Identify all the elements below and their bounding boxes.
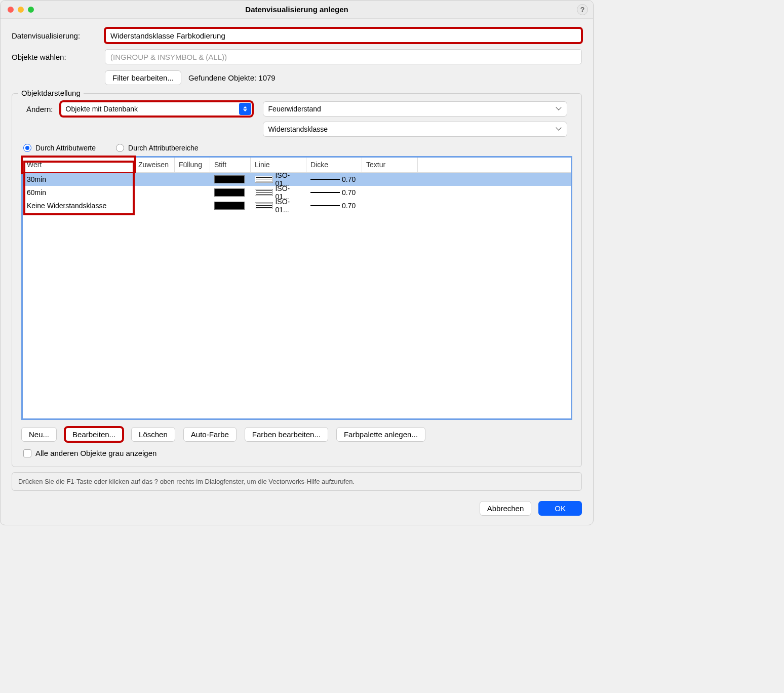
titlebar: Datenvisualisierung anlegen?: [1, 1, 593, 19]
db-select-2[interactable]: Widerstandsklasse: [263, 122, 567, 137]
window-title: Datenvisualisierung anlegen: [245, 5, 348, 14]
hint-text: Drücken Sie die F1-Taste oder klicken au…: [12, 472, 582, 491]
thickness-icon: [310, 205, 340, 206]
th-linie[interactable]: Linie: [251, 158, 306, 172]
th-textur[interactable]: Textur: [362, 158, 418, 172]
action-neu-[interactable]: Neu...: [21, 427, 57, 442]
values-table: WertZuweisenFüllungStiftLinieDickeTextur…: [21, 156, 572, 420]
grey-others-checkbox[interactable]: Alle anderen Objekte grau anzeigen: [23, 449, 572, 457]
found-label: Gefundene Objekte: 1079: [188, 73, 276, 82]
change-select[interactable]: Objekte mit Datenbank: [60, 101, 253, 117]
ow-label: Objekte wählen:: [12, 53, 98, 61]
action-auto-farbe[interactable]: Auto-Farbe: [183, 427, 237, 442]
action-bearbeiten-[interactable]: Bearbeiten...: [65, 427, 123, 442]
th-dicke[interactable]: Dicke: [306, 158, 362, 172]
th-fuellung[interactable]: Füllung: [175, 158, 210, 172]
radio-icon: [116, 144, 124, 152]
color-swatch[interactable]: [214, 188, 245, 197]
line-swatch[interactable]: [255, 202, 273, 209]
color-swatch[interactable]: [214, 202, 245, 210]
maximize-icon[interactable]: [28, 7, 34, 13]
aendern-label: Ändern:: [21, 105, 53, 113]
filter-button[interactable]: Filter bearbeiten...: [105, 70, 181, 85]
th-stift[interactable]: Stift: [210, 158, 251, 172]
ow-input[interactable]: (INGROUP & INSYMBOL & (ALL)): [105, 49, 582, 64]
radio-attr-ranges[interactable]: Durch Attributbereiche: [116, 144, 199, 152]
line-swatch[interactable]: [255, 176, 273, 183]
checkbox-icon: [23, 449, 31, 457]
chevron-down-icon: [557, 106, 562, 111]
color-swatch[interactable]: [214, 175, 245, 183]
dv-input[interactable]: [105, 28, 582, 43]
ok-button[interactable]: OK: [538, 501, 582, 516]
object-display-group: Objektdarstellung Ändern:Objekte mit Dat…: [12, 93, 582, 467]
action-farben-bearbeiten-[interactable]: Farben bearbeiten...: [245, 427, 328, 442]
table-row[interactable]: Keine WiderstandsklasseISO-01...0.70: [23, 199, 571, 212]
table-header: WertZuweisenFüllungStiftLinieDickeTextur: [23, 158, 571, 173]
action-farbpalette-anlegen-[interactable]: Farbpalette anlegen...: [336, 427, 425, 442]
action-l-schen[interactable]: Löschen: [131, 427, 175, 442]
thickness-icon: [310, 179, 340, 180]
chevron-down-icon: [557, 127, 562, 132]
th-wert[interactable]: Wert: [23, 158, 134, 172]
thickness-icon: [310, 192, 340, 193]
help-button[interactable]: ?: [577, 4, 588, 15]
radio-attr-values[interactable]: Durch Attributwerte: [23, 144, 96, 152]
cancel-button[interactable]: Abbrechen: [480, 501, 532, 516]
chevron-updown-icon: [239, 103, 251, 115]
db-select-1[interactable]: Feuerwiderstand: [263, 101, 567, 117]
fieldset-legend: Objektdarstellung: [18, 89, 84, 97]
radio-icon: [23, 144, 31, 152]
close-icon[interactable]: [8, 7, 14, 13]
line-swatch[interactable]: [255, 189, 273, 196]
minimize-icon[interactable]: [18, 7, 24, 13]
th-zuweisen[interactable]: Zuweisen: [134, 158, 175, 172]
dv-label: Datenvisualisierung:: [12, 31, 98, 40]
